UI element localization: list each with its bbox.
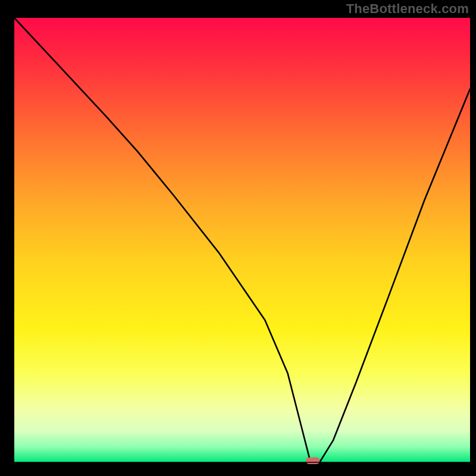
watermark-text: TheBottleneck.com — [346, 1, 469, 17]
bottleneck-marker — [306, 458, 320, 464]
chart-svg — [0, 0, 476, 476]
chart-container: { "watermark": "TheBottleneck.com", "cha… — [0, 0, 476, 476]
plot-background — [14, 18, 470, 462]
